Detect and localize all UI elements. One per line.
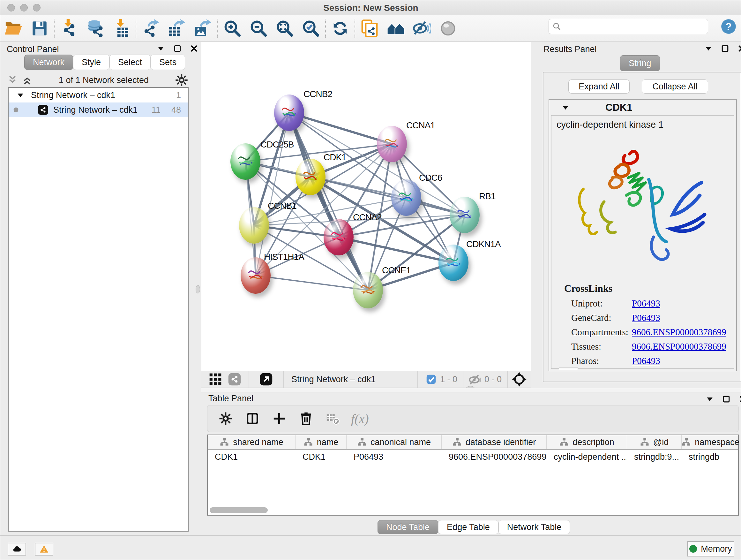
- zoom-fit-icon[interactable]: [272, 17, 298, 40]
- horizontal-splitter[interactable]: [201, 388, 741, 392]
- search-box[interactable]: [549, 19, 708, 34]
- network-node-CCNB1[interactable]: [239, 207, 269, 244]
- network-collection-row[interactable]: String Network – cdk1 1: [9, 88, 188, 103]
- birds-eye-view-icon[interactable]: [208, 372, 222, 386]
- network-options-gear-icon[interactable]: [175, 73, 189, 87]
- tab-select[interactable]: Select: [110, 55, 151, 70]
- network-node-HIST1H1A[interactable]: [241, 257, 271, 294]
- network-node-CDKN1A[interactable]: [439, 245, 468, 281]
- delete-column-icon[interactable]: [297, 410, 315, 427]
- node-label-CDC6: CDC6: [419, 173, 442, 183]
- open-session-icon[interactable]: [0, 17, 26, 40]
- table-float-icon[interactable]: [722, 394, 731, 404]
- table-cell[interactable]: cyclin-dependent ...: [547, 450, 627, 464]
- column-header-name[interactable]: name: [295, 435, 347, 449]
- tab-style[interactable]: Style: [73, 55, 110, 70]
- close-panel-icon[interactable]: [189, 44, 199, 53]
- zoom-out-icon[interactable]: [246, 17, 272, 40]
- left-splitter-handle[interactable]: [196, 285, 200, 294]
- network-canvas[interactable]: CCNB2 CCNA1 CDC25B CDK1 CDC6 RB1CCNB1 CC…: [201, 42, 531, 371]
- crosslink-link[interactable]: P06493: [632, 356, 660, 366]
- zoom-selected-icon[interactable]: [298, 17, 324, 40]
- crosslink-link[interactable]: 9606.ENSP00000378699: [632, 327, 726, 337]
- table-cell[interactable]: CDK1: [208, 450, 295, 464]
- tab-edge-table[interactable]: Edge Table: [438, 520, 498, 534]
- hide-show-icon[interactable]: [409, 17, 435, 40]
- tab-network[interactable]: Network: [24, 55, 73, 70]
- collapse-all-button[interactable]: Collapse All: [642, 79, 708, 94]
- string-home-icon[interactable]: [383, 17, 409, 40]
- column-header-sharedname[interactable]: shared name: [208, 435, 295, 449]
- table-close-icon[interactable]: [738, 394, 741, 404]
- table-h-scrollbar[interactable]: [210, 507, 736, 513]
- column-header-canonicalname[interactable]: canonical name: [347, 435, 442, 449]
- table-cell[interactable]: P06493: [347, 450, 442, 464]
- table-options-gear-icon[interactable]: [217, 410, 234, 427]
- results-float-icon[interactable]: [720, 44, 730, 53]
- help-button[interactable]: ?: [720, 18, 737, 35]
- tab-network-table[interactable]: Network Table: [498, 520, 570, 534]
- gene-expander-icon[interactable]: [561, 103, 570, 112]
- zoom-in-icon[interactable]: [219, 17, 246, 40]
- network-node-CDK1[interactable]: [295, 159, 326, 195]
- network-node-RB1[interactable]: [450, 197, 480, 233]
- table-cell[interactable]: 9606.ENSP00000378699: [442, 450, 547, 464]
- tab-node-table[interactable]: Node Table: [378, 520, 438, 534]
- column-header-id[interactable]: @id: [627, 435, 682, 449]
- table-cell[interactable]: stringdb:9...: [627, 450, 682, 464]
- expand-all-icon[interactable]: [21, 74, 33, 86]
- column-header-databaseidentifier[interactable]: database identifier: [442, 435, 547, 449]
- tab-sets[interactable]: Sets: [151, 55, 185, 70]
- selected-nodes-checkbox-icon[interactable]: [425, 374, 437, 385]
- fit-content-icon[interactable]: [511, 371, 528, 388]
- results-scrollbar-thumb[interactable]: [559, 368, 578, 370]
- network-overview-share-icon[interactable]: [227, 372, 242, 386]
- network-node-CCNE1[interactable]: [353, 272, 383, 308]
- table-row[interactable]: CDK1CDK1P064939606.ENSP00000378699cyclin…: [208, 450, 738, 464]
- glass-eye-icon[interactable]: [435, 17, 461, 40]
- tab-string[interactable]: String: [620, 55, 660, 71]
- expand-all-button[interactable]: Expand All: [568, 79, 630, 94]
- network-node-CDC6[interactable]: [391, 179, 421, 216]
- network-node-CDC25B[interactable]: [230, 143, 260, 180]
- gene-section-header[interactable]: CDK1: [549, 100, 736, 115]
- export-network-icon[interactable]: [138, 17, 164, 40]
- results-menu-icon[interactable]: [704, 44, 713, 53]
- panel-menu-icon[interactable]: [156, 44, 165, 53]
- save-session-icon[interactable]: [26, 17, 53, 40]
- table-menu-icon[interactable]: [705, 394, 715, 404]
- network-node-CCNB2[interactable]: [274, 95, 304, 131]
- add-column-icon[interactable]: [271, 410, 288, 427]
- table-cell[interactable]: stringdb: [682, 450, 739, 464]
- column-header-namespace[interactable]: namespace: [682, 435, 739, 449]
- import-table-icon[interactable]: [108, 17, 134, 40]
- crosslink-link[interactable]: P06493: [632, 298, 660, 309]
- table-h-scrollbar-thumb[interactable]: [210, 507, 268, 513]
- show-columns-icon[interactable]: [244, 410, 261, 427]
- network-row[interactable]: String Network – cdk1 11 48: [9, 103, 188, 117]
- crosslink-link[interactable]: 9606.ENSP00000378699: [632, 341, 726, 352]
- column-header-description[interactable]: description: [547, 435, 627, 449]
- document-share-icon[interactable]: [356, 17, 383, 40]
- table-cell[interactable]: CDK1: [295, 450, 347, 464]
- warnings-button[interactable]: [35, 543, 53, 556]
- search-input[interactable]: [562, 20, 708, 33]
- import-network-database-icon[interactable]: [82, 17, 108, 40]
- export-image-icon[interactable]: [190, 17, 216, 40]
- network-node-CCNA2[interactable]: [324, 219, 354, 255]
- network-node-CCNA1[interactable]: [377, 126, 407, 162]
- crosslink-link[interactable]: P06493: [632, 313, 660, 323]
- collapse-all-icon[interactable]: [7, 74, 18, 86]
- results-close-icon[interactable]: [737, 44, 741, 53]
- collection-expander-icon[interactable]: [16, 90, 25, 100]
- toolbar-group: [138, 15, 216, 42]
- float-panel-icon[interactable]: [173, 44, 182, 53]
- hidden-elements-icon[interactable]: [468, 372, 482, 386]
- detach-view-icon[interactable]: [259, 372, 273, 386]
- refresh-icon[interactable]: [327, 17, 353, 40]
- export-table-icon[interactable]: [164, 17, 190, 40]
- cloud-status-button[interactable]: [8, 543, 26, 556]
- control-panel-title: Control Panel: [7, 44, 59, 54]
- import-network-icon[interactable]: [56, 17, 82, 40]
- memory-button[interactable]: Memory: [687, 541, 734, 557]
